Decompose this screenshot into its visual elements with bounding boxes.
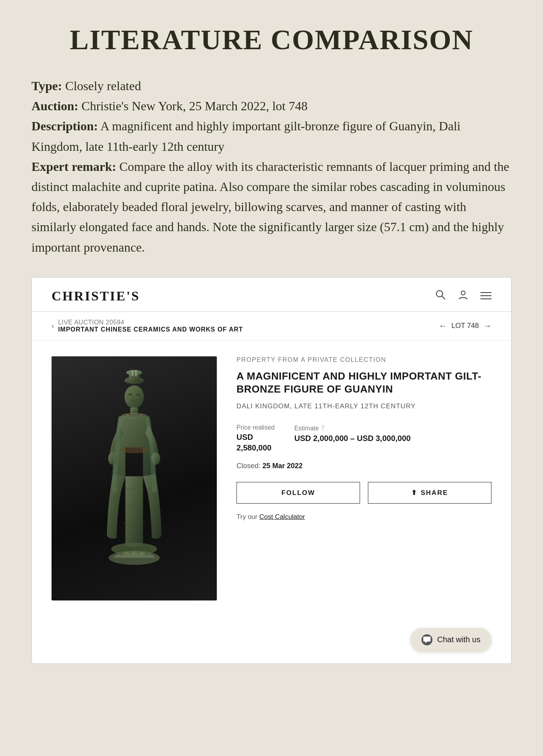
- auction-id: LIVE AUCTION 20594: [58, 319, 243, 326]
- share-label: SHARE: [421, 489, 448, 497]
- cost-calculator-link[interactable]: Cost Calculator: [259, 513, 305, 521]
- svg-point-8: [126, 370, 142, 375]
- price-realised-label: Price realised: [236, 424, 275, 431]
- share-icon: ⬆: [411, 489, 417, 497]
- lot-subtitle: DALI KINGDOM, LATE 11TH-EARLY 12TH CENTU…: [236, 402, 491, 410]
- lot-title: A MAGNIFICENT AND HIGHLY IMPORTANT GILT-…: [236, 370, 491, 397]
- cost-calc-prefix: Try our: [236, 513, 257, 521]
- lot-info: PROPERTY FROM A PRIVATE COLLECTION A MAG…: [217, 356, 491, 521]
- auction-info: LIVE AUCTION 20594 IMPORTANT CHINESE CER…: [58, 319, 243, 333]
- follow-button[interactable]: FOLLOW: [236, 482, 360, 504]
- breadcrumb-left: ‹ LIVE AUCTION 20594 IMPORTANT CHINESE C…: [52, 319, 243, 333]
- chat-label: Chat with us: [437, 635, 480, 644]
- menu-icon[interactable]: [480, 290, 491, 302]
- christies-header: CHRISTIE'S: [32, 278, 511, 312]
- price-realised-currency: USD: [236, 433, 275, 442]
- lot-forward-arrow[interactable]: →: [484, 321, 491, 330]
- type-value: Closely related: [65, 79, 141, 93]
- share-button[interactable]: ⬆ SHARE: [368, 482, 491, 504]
- auction-name[interactable]: IMPORTANT CHINESE CERAMICS AND WORKS OF …: [58, 326, 243, 333]
- auction-label: Auction:: [31, 99, 78, 113]
- cost-calculator-row: Try our Cost Calculator: [236, 513, 491, 521]
- auction-breadcrumb: ‹ LIVE AUCTION 20594 IMPORTANT CHINESE C…: [32, 312, 511, 341]
- chat-icon: [421, 634, 432, 645]
- chat-button-area: Chat with us: [32, 616, 511, 663]
- auction-value: Christie's New York, 25 March 2022, lot …: [81, 99, 308, 113]
- price-realised-col: Price realised USD 2,580,000: [236, 424, 275, 452]
- lot-image: [52, 356, 217, 600]
- closed-label: Closed:: [236, 462, 260, 470]
- estimate-col: Estimate ? USD 2,000,000 – USD 3,000,000: [294, 424, 411, 443]
- svg-point-12: [128, 393, 132, 396]
- price-row: Price realised USD 2,580,000 Estimate ? …: [236, 424, 491, 452]
- svg-point-19: [120, 446, 148, 453]
- svg-point-13: [137, 393, 140, 396]
- lot-content: PROPERTY FROM A PRIVATE COLLECTION A MAG…: [32, 341, 511, 616]
- estimate-value: USD 2,000,000 – USD 3,000,000: [294, 434, 411, 443]
- description-label: Description:: [31, 119, 98, 133]
- closed-date: 25 Mar 2022: [262, 462, 303, 470]
- svg-line-1: [442, 296, 445, 299]
- lot-label: LOT 748: [451, 322, 479, 330]
- christies-logo: CHRISTIE'S: [52, 289, 140, 304]
- christies-card: CHRISTIE'S: [31, 277, 512, 664]
- nav-icons: [435, 289, 491, 303]
- lot-image-bg: [52, 356, 217, 600]
- svg-point-11: [124, 385, 144, 408]
- estimate-help-icon[interactable]: ?: [321, 424, 324, 432]
- lot-navigation: ← LOT 748 →: [439, 321, 491, 330]
- lot-back-arrow[interactable]: ←: [439, 321, 447, 330]
- price-realised-value: 2,580,000: [236, 443, 275, 452]
- svg-rect-10: [135, 370, 137, 376]
- search-icon[interactable]: [435, 289, 446, 303]
- page-title: LITERATURE COMPARISON: [31, 24, 512, 56]
- svg-rect-9: [131, 370, 133, 376]
- type-label: Type:: [31, 79, 62, 93]
- svg-point-2: [461, 291, 465, 295]
- action-buttons: FOLLOW ⬆ SHARE: [236, 482, 491, 504]
- user-icon[interactable]: [458, 289, 469, 303]
- closed-row: Closed: 25 Mar 2022: [236, 462, 491, 470]
- literature-block: Type: Closely related Auction: Christie'…: [31, 76, 512, 258]
- chat-button[interactable]: Chat with us: [410, 628, 491, 652]
- property-from: PROPERTY FROM A PRIVATE COLLECTION: [236, 356, 491, 363]
- svg-point-0: [436, 291, 443, 297]
- expert-label: Expert remark:: [31, 159, 116, 174]
- estimate-label: Estimate: [294, 425, 319, 432]
- back-chevron-icon[interactable]: ‹: [52, 321, 54, 330]
